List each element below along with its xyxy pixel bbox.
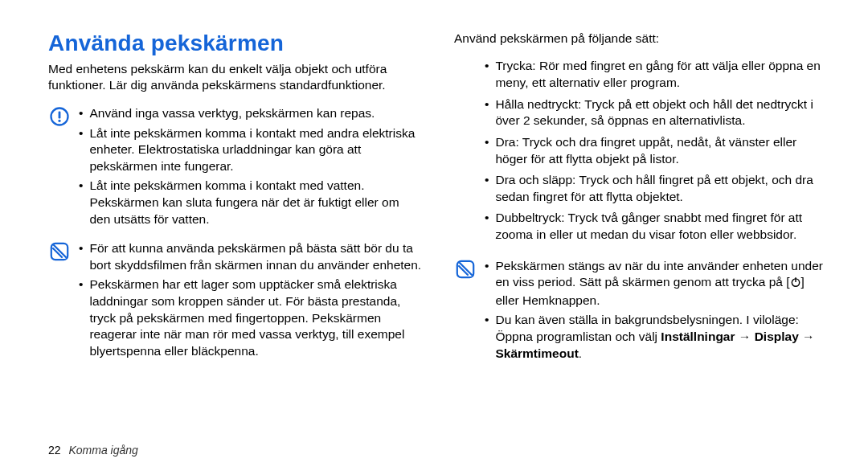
arrow-text: → <box>799 330 815 343</box>
list-item: •Trycka: Rör med fingret en gång för att… <box>485 58 828 91</box>
list-item: •Pekskärmen har ett lager som upptäcker … <box>79 276 422 359</box>
arrow-text: → <box>735 330 755 343</box>
page-title: Använda pekskärmen <box>48 31 422 56</box>
usage-lead: Använd pekskärmen på följande sätt: <box>454 31 828 47</box>
list-item: •För att kunna använda pekskärmen på bäs… <box>79 240 422 273</box>
list-item: • Pekskärmen stängs av när du inte använ… <box>485 258 828 309</box>
list-item: •Låt inte pekskärmen komma i kontakt med… <box>79 125 422 175</box>
list-text: Pekskärmen stängs av när du inte använde… <box>495 258 828 309</box>
list-text: Pekskärmen har ett lager som upptäcker s… <box>89 276 422 359</box>
section-name: Komma igång <box>68 444 137 457</box>
usage-list: •Trycka: Rör med fingret en gång för att… <box>485 58 828 248</box>
list-text: Trycka: Rör med fingret en gång för att … <box>495 58 828 91</box>
list-item: •Hålla nedtryckt: Tryck på ett objekt oc… <box>485 96 828 129</box>
power-icon <box>790 276 801 293</box>
bold-text: Skärmtimeout <box>495 346 578 360</box>
usage-block: •Trycka: Rör med fingret en gång för att… <box>454 58 828 248</box>
warning-list: •Använd inga vassa verktyg, pekskärmen k… <box>79 105 422 231</box>
list-text: Hålla nedtryckt: Tryck på ett objekt och… <box>495 96 828 129</box>
tips-block: •För att kunna använda pekskärmen på bäs… <box>48 240 422 362</box>
list-text: Du kan även ställa in bakgrundsbelysning… <box>495 312 828 362</box>
left-column: Använda pekskärmen Med enhetens pekskärm… <box>48 31 422 375</box>
list-text: För att kunna använda pekskärmen på bäst… <box>89 240 422 273</box>
list-text: Låt inte pekskärmen komma i kontakt med … <box>89 125 422 175</box>
list-text: Låt inte pekskärmen komma i kontakt med … <box>89 178 422 227</box>
svg-rect-1 <box>59 111 61 118</box>
warning-icon <box>48 105 71 126</box>
note-icon <box>48 240 71 261</box>
list-item: •Dra och släpp: Tryck och håll fingret p… <box>485 172 828 205</box>
notes-block: • Pekskärmen stängs av när du inte använ… <box>454 258 828 366</box>
note-text: . <box>579 346 582 360</box>
list-text: Dubbeltryck: Tryck två gånger snabbt med… <box>495 210 828 243</box>
svg-rect-6 <box>795 277 796 282</box>
bold-text: Display <box>755 330 799 343</box>
warning-block: •Använd inga vassa verktyg, pekskärmen k… <box>48 105 422 231</box>
manual-page: Använda pekskärmen Med enhetens pekskärm… <box>0 0 868 471</box>
note-text: Pekskärmen stängs av när du inte använde… <box>495 259 823 289</box>
list-text: Använd inga vassa verktyg, pekskärmen ka… <box>89 105 422 122</box>
list-item: •Dubbeltryck: Tryck två gånger snabbt me… <box>485 210 828 243</box>
tips-list: •För att kunna använda pekskärmen på bäs… <box>79 240 422 362</box>
bold-text: Inställningar <box>661 330 735 343</box>
list-item: •Låt inte pekskärmen komma i kontakt med… <box>79 178 422 227</box>
right-column: Använd pekskärmen på följande sätt: •Try… <box>454 31 828 375</box>
list-text: Dra och släpp: Tryck och håll fingret på… <box>495 172 828 205</box>
list-item: •Dra: Tryck och dra fingret uppåt, nedåt… <box>485 134 828 167</box>
note-icon <box>454 258 477 279</box>
notes-list: • Pekskärmen stängs av när du inte använ… <box>485 258 828 366</box>
list-item: •Använd inga vassa verktyg, pekskärmen k… <box>79 105 422 122</box>
svg-point-2 <box>58 120 60 122</box>
list-text: Dra: Tryck och dra fingret uppåt, nedåt,… <box>495 134 828 167</box>
intro-text: Med enhetens pekskärm kan du enkelt välj… <box>48 61 422 94</box>
list-item: • Du kan även ställa in bakgrundsbelysni… <box>485 312 828 362</box>
page-footer: 22 Komma igång <box>48 444 138 457</box>
page-number: 22 <box>48 444 61 457</box>
